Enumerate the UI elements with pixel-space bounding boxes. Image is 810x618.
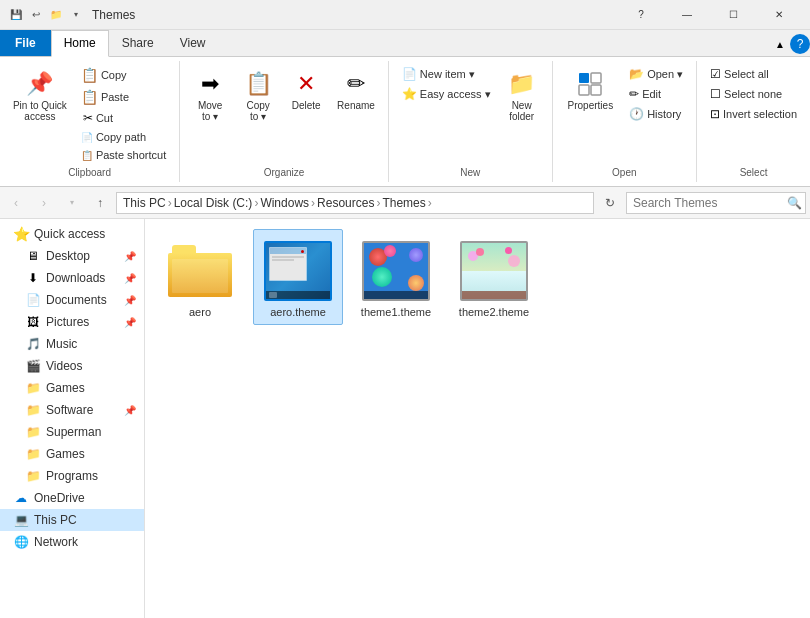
minimize-button[interactable]: — xyxy=(664,0,710,30)
sidebar-item-pictures[interactable]: 🖼 Pictures 📌 xyxy=(0,311,144,333)
pin-to-quick-access-button[interactable]: 📌 Pin to Quickaccess xyxy=(8,65,72,125)
programs-folder-icon: 📁 xyxy=(24,469,42,483)
back-button[interactable]: ‹ xyxy=(4,191,28,215)
file-item-aero-theme[interactable]: aero.theme xyxy=(253,229,343,325)
search-box[interactable]: 🔍 xyxy=(626,192,806,214)
ribbon-group-new: 📄 New item ▾ ⭐ Easy access ▾ 📁 Newfolder… xyxy=(389,61,553,182)
sidebar-item-onedrive[interactable]: ☁ OneDrive xyxy=(0,487,144,509)
svg-rect-2 xyxy=(579,85,589,95)
path-segment-themes[interactable]: Themes xyxy=(382,196,425,210)
theme1-icon xyxy=(361,236,431,306)
help-button[interactable]: ? xyxy=(618,0,664,30)
copy-to-icon: 📋 xyxy=(242,68,274,100)
dropdown-arrow-icon[interactable]: ▾ xyxy=(68,7,84,23)
file-item-theme2[interactable]: theme2.theme xyxy=(449,229,539,325)
software-folder-icon: 📁 xyxy=(24,403,42,417)
invert-selection-button[interactable]: ⊡ Invert selection xyxy=(705,105,802,123)
cut-button[interactable]: ✂ Cut xyxy=(78,109,171,127)
sidebar-item-music[interactable]: 🎵 Music xyxy=(0,333,144,355)
move-to-button[interactable]: ➡ Moveto ▾ xyxy=(188,65,232,125)
main-area: ⭐ Quick access 🖥 Desktop 📌 ⬇ Downloads 📌… xyxy=(0,219,810,618)
new-item-icon: 📄 xyxy=(402,67,417,81)
copy-to-button[interactable]: 📋 Copyto ▾ xyxy=(236,65,280,125)
search-icon: 🔍 xyxy=(787,196,802,210)
tab-home[interactable]: Home xyxy=(51,30,109,57)
onedrive-icon: ☁ xyxy=(12,491,30,505)
ribbon-help-button[interactable]: ? xyxy=(790,34,810,54)
sidebar-item-games2[interactable]: 📁 Games xyxy=(0,443,144,465)
undo-icon[interactable]: ↩ xyxy=(28,7,44,23)
history-button[interactable]: 🕐 History xyxy=(624,105,688,123)
maximize-button[interactable]: ☐ xyxy=(710,0,756,30)
ribbon-content: 📌 Pin to Quickaccess 📋 Copy 📋 Paste ✂ Cu… xyxy=(0,56,810,186)
sidebar-item-games[interactable]: 📁 Games xyxy=(0,377,144,399)
open-button[interactable]: 📂 Open ▾ xyxy=(624,65,688,83)
copy-button[interactable]: 📋 Copy xyxy=(76,65,171,85)
forward-button[interactable]: › xyxy=(32,191,56,215)
tab-share[interactable]: Share xyxy=(109,30,167,56)
videos-icon: 🎬 xyxy=(24,359,42,373)
sidebar-item-downloads[interactable]: ⬇ Downloads 📌 xyxy=(0,267,144,289)
path-segment-resources[interactable]: Resources xyxy=(317,196,374,210)
save-icon[interactable]: 💾 xyxy=(8,7,24,23)
address-bar: ‹ › ▾ ↑ This PC › Local Disk (C:) › Wind… xyxy=(0,187,810,219)
games-folder-icon: 📁 xyxy=(24,381,42,395)
folder-icon[interactable]: 📁 xyxy=(48,7,64,23)
path-segment-windows[interactable]: Windows xyxy=(260,196,309,210)
select-none-button[interactable]: ☐ Select none xyxy=(705,85,802,103)
aero-folder-icon xyxy=(165,236,235,306)
history-icon: 🕐 xyxy=(629,107,644,121)
new-folder-button[interactable]: 📁 Newfolder xyxy=(500,65,544,125)
sidebar-item-this-pc[interactable]: 💻 This PC xyxy=(0,509,144,531)
search-input[interactable] xyxy=(633,196,783,210)
aero-folder-label: aero xyxy=(189,306,211,318)
new-item-button[interactable]: 📄 New item ▾ xyxy=(397,65,496,83)
desktop-icon: 🖥 xyxy=(24,249,42,263)
sidebar-item-programs[interactable]: 📁 Programs xyxy=(0,465,144,487)
paste-icon: 📋 xyxy=(81,89,98,105)
sidebar-item-videos[interactable]: 🎬 Videos xyxy=(0,355,144,377)
select-all-button[interactable]: ☑ Select all xyxy=(705,65,802,83)
properties-button[interactable]: Properties xyxy=(561,65,621,114)
sidebar-item-software[interactable]: 📁 Software 📌 xyxy=(0,399,144,421)
tab-file[interactable]: File xyxy=(0,30,51,56)
paste-button[interactable]: 📋 Paste xyxy=(76,87,171,107)
sidebar-item-network[interactable]: 🌐 Network xyxy=(0,531,144,553)
sidebar-item-superman[interactable]: 📁 Superman xyxy=(0,421,144,443)
superman-folder-icon: 📁 xyxy=(24,425,42,439)
paste-shortcut-button[interactable]: 📋 Paste shortcut xyxy=(76,147,171,163)
file-item-theme1[interactable]: theme1.theme xyxy=(351,229,441,325)
easy-access-button[interactable]: ⭐ Easy access ▾ xyxy=(397,85,496,103)
edit-icon: ✏ xyxy=(629,87,639,101)
delete-icon: ✕ xyxy=(290,68,322,100)
copy-icon: 📋 xyxy=(81,67,98,83)
refresh-button[interactable]: ↻ xyxy=(598,192,622,214)
sidebar-item-desktop[interactable]: 🖥 Desktop 📌 xyxy=(0,245,144,267)
address-path[interactable]: This PC › Local Disk (C:) › Windows › Re… xyxy=(116,192,594,214)
recent-locations-button[interactable]: ▾ xyxy=(60,191,84,215)
content-area: aero xyxy=(145,219,810,618)
edit-button[interactable]: ✏ Edit xyxy=(624,85,688,103)
new-group-label: New xyxy=(460,167,480,178)
copy-path-button[interactable]: 📄 Copy path xyxy=(76,129,171,145)
title-bar: 💾 ↩ 📁 ▾ Themes ? — ☐ ✕ xyxy=(0,0,810,30)
sidebar-item-quick-access[interactable]: ⭐ Quick access xyxy=(0,223,144,245)
select-group-label: Select xyxy=(740,167,768,178)
sidebar: ⭐ Quick access 🖥 Desktop 📌 ⬇ Downloads 📌… xyxy=(0,219,145,618)
invert-selection-icon: ⊡ xyxy=(710,107,720,121)
cut-icon: ✂ xyxy=(83,111,93,125)
svg-rect-1 xyxy=(591,73,601,83)
ribbon-group-organize: ➡ Moveto ▾ 📋 Copyto ▾ ✕ Delete ✏ Rename … xyxy=(180,61,389,182)
close-button[interactable]: ✕ xyxy=(756,0,802,30)
file-item-aero-folder[interactable]: aero xyxy=(155,229,245,325)
tab-view[interactable]: View xyxy=(167,30,219,56)
sidebar-item-documents[interactable]: 📄 Documents 📌 xyxy=(0,289,144,311)
rename-button[interactable]: ✏ Rename xyxy=(332,65,380,114)
delete-button[interactable]: ✕ Delete xyxy=(284,65,328,114)
path-segment-thispc[interactable]: This PC xyxy=(123,196,166,210)
up-button[interactable]: ↑ xyxy=(88,191,112,215)
copy-path-icon: 📄 xyxy=(81,132,93,143)
path-segment-localdisk[interactable]: Local Disk (C:) xyxy=(174,196,253,210)
ribbon-collapse-button[interactable]: ▲ xyxy=(770,34,790,54)
pictures-icon: 🖼 xyxy=(24,315,42,329)
